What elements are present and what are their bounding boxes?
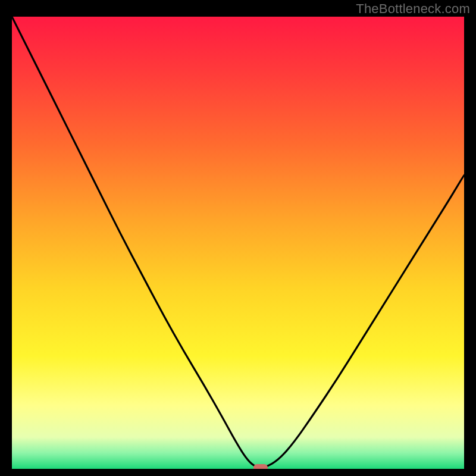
bottleneck-curve — [12, 17, 464, 469]
chart-frame: TheBottleneck.com — [0, 0, 476, 476]
optimal-marker — [253, 464, 268, 469]
plot-area — [12, 17, 464, 469]
watermark-text: TheBottleneck.com — [356, 1, 470, 17]
